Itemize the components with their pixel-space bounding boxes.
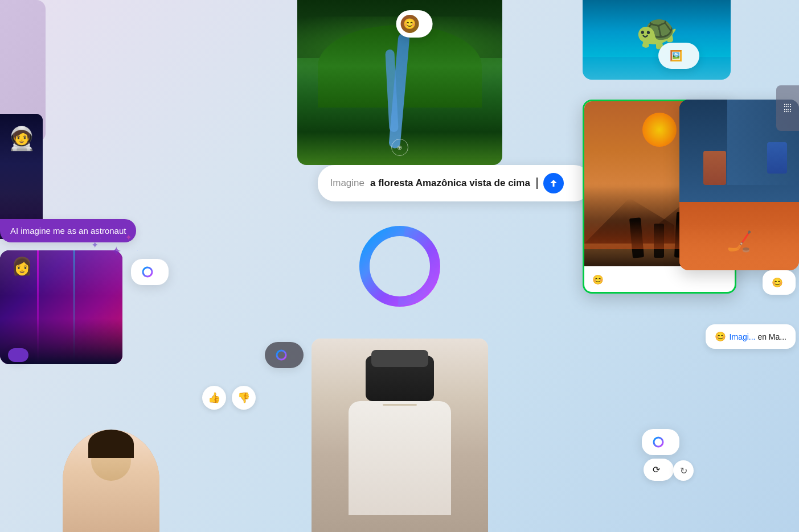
question-meta-icon bbox=[275, 349, 288, 361]
thumbs-down-button[interactable]: 👎 bbox=[232, 386, 256, 410]
astronaut-text: AI imagine me as an astronaut bbox=[10, 226, 126, 236]
svg-point-2 bbox=[143, 267, 152, 277]
animate-button[interactable]: ⟳ bbox=[644, 459, 674, 481]
svg-point-4 bbox=[654, 438, 663, 447]
sparkle-2: ✦ bbox=[125, 233, 132, 242]
send-button[interactable] bbox=[543, 173, 564, 193]
amazon-search-bar[interactable]: Imagine a floresta Amazônica vista de ci… bbox=[318, 165, 591, 201]
woman-photo bbox=[63, 430, 159, 532]
ocean-turtle-card: 🐢 bbox=[583, 0, 731, 80]
neon-bubble bbox=[8, 348, 28, 362]
neon-image-card: 👩 bbox=[0, 250, 122, 364]
user-tag: 😊 bbox=[396, 10, 432, 38]
wardrobe-question-bubble bbox=[265, 342, 304, 368]
thumbs-row: 👍 👎 bbox=[202, 386, 256, 410]
french-bubble-2-text: en Ma... bbox=[757, 332, 786, 341]
imagine-link-fr2: Imagi... bbox=[730, 332, 756, 341]
meta-ai-greeting-spanish bbox=[131, 259, 169, 285]
sparkle-1: ✦ bbox=[111, 244, 121, 259]
sparkle-3: · bbox=[100, 234, 101, 242]
sparkle-5: ✦ bbox=[91, 240, 99, 250]
meta-ring-small-icon bbox=[141, 266, 154, 278]
search-prefix: Imagine bbox=[330, 178, 364, 189]
french-hockey-bubble: 😊 bbox=[763, 270, 796, 295]
animate-icon: ⟳ bbox=[653, 464, 660, 475]
text-cursor bbox=[536, 178, 538, 189]
search-text: a floresta Amazônica vista de cima bbox=[370, 178, 530, 189]
svg-point-3 bbox=[277, 350, 286, 360]
thumbs-up-icon: 👍 bbox=[208, 391, 220, 404]
refresh-icon: ↻ bbox=[680, 465, 687, 476]
mars-sun bbox=[642, 113, 677, 147]
user-avatar: 😊 bbox=[400, 15, 419, 33]
astronaut-bubble: AI imagine me as an astronaut bbox=[0, 219, 136, 242]
french-bubble-2: 😊 Imagi... en Ma... bbox=[706, 324, 796, 349]
meta-ai-ring-logo bbox=[354, 221, 445, 312]
refresh-button[interactable]: ↻ bbox=[673, 460, 694, 481]
thumbs-down-icon: 👎 bbox=[237, 391, 250, 404]
meta-ai-greeting-french bbox=[642, 429, 679, 455]
meta-ring-small-icon-fr bbox=[652, 436, 665, 448]
vr-person-card bbox=[312, 339, 488, 532]
sparkle-4: · bbox=[137, 247, 138, 253]
scroll-indicator[interactable]: ⣿⣿ bbox=[776, 85, 799, 131]
edit-ai-icon: 🖼️ bbox=[670, 50, 682, 62]
thumbs-up-button[interactable]: 👍 bbox=[202, 386, 226, 410]
edit-with-ai-button[interactable]: 🖼️ bbox=[658, 43, 699, 69]
